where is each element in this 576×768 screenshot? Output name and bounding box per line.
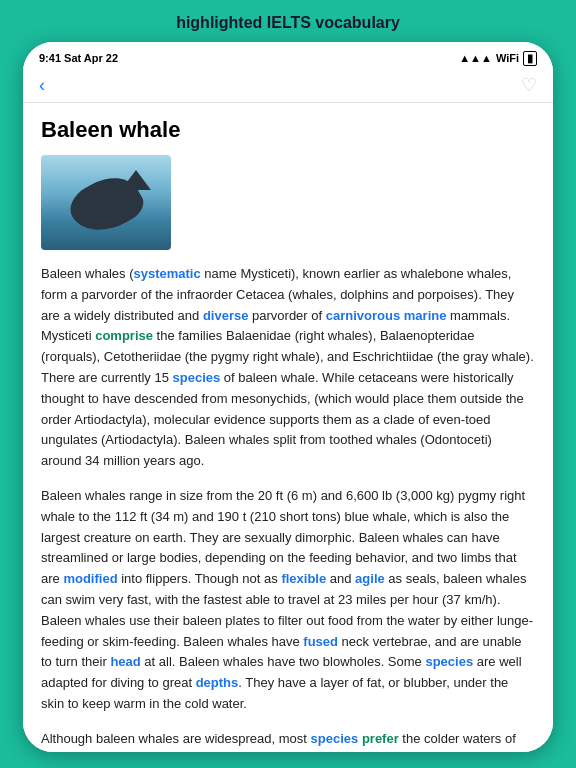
paragraph-3: Although baleen whales are widespread, m… — [41, 729, 535, 752]
vocab-systematic: systematic — [134, 266, 201, 281]
vocab-fused: fused — [303, 634, 338, 649]
paragraph-1: Baleen whales (systematic name Mysticeti… — [41, 264, 535, 472]
status-icons: ▲▲▲ WiFi ▮ — [459, 51, 537, 66]
vocab-diverse: diverse — [203, 308, 249, 323]
device-frame: 9:41 Sat Apr 22 ▲▲▲ WiFi ▮ ‹ ♡ Baleen wh… — [23, 42, 553, 752]
vocab-carnivorous: carnivorous — [326, 308, 400, 323]
status-time: 9:41 Sat Apr 22 — [39, 52, 118, 64]
battery-icon: ▮ — [523, 51, 537, 66]
vocab-agile: agile — [355, 571, 385, 586]
content-area[interactable]: Baleen whale Baleen whales (systematic n… — [23, 103, 553, 752]
article-title: Baleen whale — [41, 117, 535, 143]
nav-bar: ‹ ♡ — [23, 70, 553, 103]
vocab-head-1: head — [110, 654, 140, 669]
app-header-title: highlighted IELTS vocabulary — [176, 14, 400, 31]
paragraph-2: Baleen whales range in size from the 20 … — [41, 486, 535, 715]
vocab-species-3: species — [311, 731, 359, 746]
vocab-species-2: species — [425, 654, 473, 669]
app-header: highlighted IELTS vocabulary — [0, 0, 576, 42]
favorite-button[interactable]: ♡ — [521, 74, 537, 96]
vocab-prefer: prefer — [362, 731, 399, 746]
status-bar: 9:41 Sat Apr 22 ▲▲▲ WiFi ▮ — [23, 42, 553, 70]
wifi-icon: WiFi — [496, 52, 519, 64]
vocab-flexible: flexible — [281, 571, 326, 586]
whale-tail-shape — [121, 170, 151, 190]
signal-icon: ▲▲▲ — [459, 52, 492, 64]
back-button[interactable]: ‹ — [39, 75, 45, 96]
vocab-marine: marine — [404, 308, 447, 323]
whale-image — [41, 155, 171, 250]
vocab-modified: modified — [63, 571, 117, 586]
vocab-comprise: comprise — [95, 328, 153, 343]
vocab-species-1: species — [173, 370, 221, 385]
vocab-depths: depths — [196, 675, 239, 690]
